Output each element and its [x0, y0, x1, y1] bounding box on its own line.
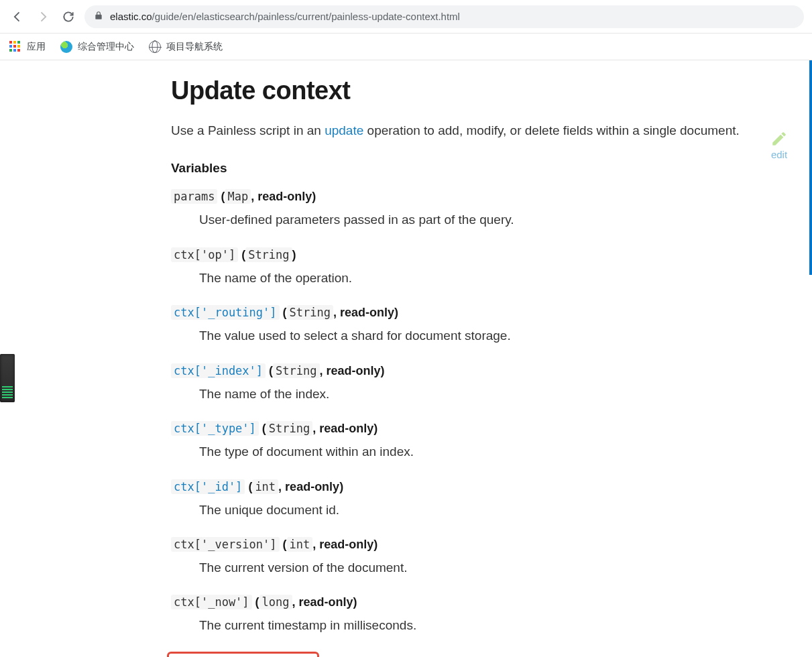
- scroll-indicator: [809, 60, 812, 275]
- variable-description: The value used to select a shard for doc…: [199, 326, 792, 345]
- variable-name: ctx['_now']: [171, 595, 252, 609]
- variable-description: The name of the index.: [199, 384, 792, 404]
- bookmark-label: 项目导航系统: [166, 41, 223, 53]
- variable-type: String: [266, 421, 312, 436]
- edit-label: edit: [771, 149, 787, 160]
- variable-term: ctx['op'] (String): [171, 246, 792, 264]
- forward-button[interactable]: [34, 7, 52, 26]
- variable-description: The type of document within an index.: [199, 442, 792, 461]
- bookmarks-bar: 应用 综合管理中心 项目导航系统: [0, 34, 812, 60]
- variable-type: String: [287, 305, 333, 320]
- favicon-icon: [60, 41, 72, 53]
- variable-name: ctx['_version']: [171, 537, 280, 552]
- variable-term: ctx['_now'] (long, read-only): [171, 593, 792, 611]
- variable-signature: (long, read-only): [255, 595, 357, 609]
- edit-link[interactable]: edit: [770, 130, 788, 161]
- variable-type: long: [259, 595, 292, 609]
- variable-name[interactable]: ctx['_type']: [171, 421, 259, 436]
- variable-entry: ctx['_source'] (Map)Contains extracted J…: [171, 652, 792, 657]
- variable-term: ctx['_type'] (String, read-only): [171, 420, 792, 438]
- browser-toolbar: elastic.co/guide/en/elasticsearch/painle…: [0, 0, 812, 34]
- variable-entry: ctx['_id'] (int, read-only)The unique do…: [171, 478, 792, 520]
- apps-shortcut[interactable]: 应用: [9, 41, 46, 53]
- variable-signature: (String, read-only): [283, 305, 398, 320]
- variable-signature: (String, read-only): [262, 421, 378, 436]
- variable-entry: ctx['_type'] (String, read-only)The type…: [171, 420, 792, 461]
- variable-signature: (String, read-only): [269, 363, 384, 378]
- variable-term: ctx['_id'] (int, read-only): [171, 478, 792, 496]
- page-title: Update context: [171, 76, 792, 105]
- variable-term: ctx['_index'] (String, read-only): [171, 362, 792, 380]
- article: Update context Use a Painless script in …: [171, 60, 792, 657]
- lead-paragraph: Use a Painless script in an update opera…: [171, 120, 792, 141]
- variable-name[interactable]: ctx['_routing']: [171, 305, 280, 320]
- variable-entry: ctx['_routing'] (String, read-only)The v…: [171, 304, 792, 345]
- variable-description: The current timestamp in milliseconds.: [199, 615, 792, 635]
- variable-type: String: [273, 363, 319, 378]
- variable-description: The current version of the document.: [199, 558, 792, 577]
- variable-signature: (Map, read-only): [221, 189, 316, 204]
- address-bar[interactable]: elastic.co/guide/en/elasticsearch/painle…: [84, 5, 804, 28]
- variable-type: String: [245, 247, 292, 262]
- variable-entry: ctx['_now'] (long, read-only)The current…: [171, 593, 792, 635]
- variable-term: params (Map, read-only): [171, 188, 792, 206]
- variable-type: int: [252, 479, 278, 494]
- variable-description: User-defined parameters passed in as par…: [199, 210, 792, 229]
- content-wrap: edit Update context Use a Painless scrip…: [0, 60, 812, 657]
- variable-signature: (String): [241, 247, 296, 262]
- variable-term: ctx['_source'] (Map): [171, 652, 792, 657]
- variable-entry: params (Map, read-only)User-defined para…: [171, 188, 792, 229]
- variable-description: The name of the operation.: [199, 268, 792, 288]
- variable-entry: ctx['op'] (String)The name of the operat…: [171, 246, 792, 288]
- globe-icon: [149, 41, 161, 53]
- apps-label: 应用: [27, 41, 46, 53]
- variable-entry: ctx['_index'] (String, read-only)The nam…: [171, 362, 792, 404]
- url-text: elastic.co/guide/en/elasticsearch/painle…: [110, 11, 460, 22]
- variable-name[interactable]: ctx['_index']: [171, 363, 266, 378]
- bookmark-label: 综合管理中心: [78, 41, 134, 53]
- variables-heading: Variables: [171, 161, 792, 176]
- variable-term: ctx['_version'] (int, read-only): [171, 536, 792, 554]
- variable-name[interactable]: ctx['_id']: [171, 479, 245, 494]
- variable-description: The unique document id.: [199, 500, 792, 520]
- bookmark-item-0[interactable]: 综合管理中心: [60, 41, 134, 53]
- variable-name: params: [171, 189, 217, 204]
- variables-list: params (Map, read-only)User-defined para…: [171, 188, 792, 657]
- update-link[interactable]: update: [325, 123, 363, 137]
- variable-term: ctx['_routing'] (String, read-only): [171, 304, 792, 322]
- variable-signature: (int, read-only): [283, 537, 378, 552]
- variable-type: int: [287, 537, 313, 552]
- apps-grid-icon: [9, 41, 21, 53]
- lock-icon: [94, 11, 103, 22]
- variable-name: ctx['op']: [171, 247, 238, 262]
- reload-button[interactable]: [59, 7, 78, 26]
- bookmark-item-1[interactable]: 项目导航系统: [149, 41, 223, 53]
- variable-entry: ctx['_version'] (int, read-only)The curr…: [171, 536, 792, 577]
- variable-type: Map: [225, 189, 251, 204]
- back-button[interactable]: [8, 7, 27, 26]
- variable-signature: (int, read-only): [248, 479, 343, 494]
